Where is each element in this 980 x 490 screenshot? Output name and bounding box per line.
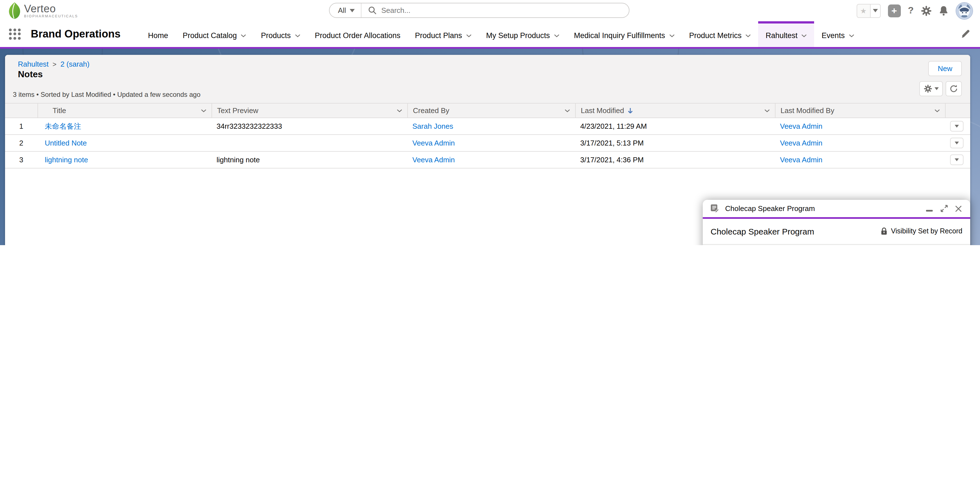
page-title: Notes <box>18 69 43 80</box>
edit-nav-pencil-icon[interactable] <box>961 29 970 38</box>
table-row: 2 Untitled Note Veeva Admin 3/17/2021, 5… <box>5 135 970 152</box>
chevron-down-icon <box>802 34 807 38</box>
last-modified-cell: 3/17/2021, 4:36 PM <box>575 156 775 164</box>
tab-products[interactable]: Products <box>254 21 308 47</box>
tab-product-catalog[interactable]: Product Catalog <box>175 21 254 47</box>
search-scope-selector[interactable]: All <box>329 3 362 18</box>
created-by-link[interactable]: Sarah Jones <box>412 122 453 130</box>
refresh-icon <box>950 84 958 93</box>
last-modified-cell: 3/17/2021, 5:13 PM <box>575 139 775 147</box>
company-logo: Verteo BIOPHARMACEUTICALS <box>8 2 78 19</box>
row-number: 2 <box>5 139 38 147</box>
user-avatar[interactable] <box>956 2 973 19</box>
list-settings-button[interactable] <box>919 81 943 96</box>
caret-down-icon <box>955 158 959 161</box>
chevron-down-icon <box>241 34 247 38</box>
favorite-star-icon[interactable]: ★ <box>856 4 870 18</box>
new-button[interactable]: New <box>928 61 962 76</box>
header-actions: ★ + ? <box>856 0 973 21</box>
row-actions-menu-button[interactable] <box>950 138 964 148</box>
minimize-icon[interactable] <box>925 204 934 213</box>
favorites-menu-button[interactable] <box>870 4 880 18</box>
tab-product-plans[interactable]: Product Plans <box>407 21 479 47</box>
caret-down-icon <box>955 125 959 127</box>
note-title-link[interactable]: Untitled Note <box>45 139 87 147</box>
created-by-link[interactable]: Veeva Admin <box>412 156 455 164</box>
close-icon[interactable] <box>954 204 963 213</box>
tab-product-order-allocations[interactable]: Product Order Allocations <box>307 21 407 47</box>
column-header-text-preview[interactable]: Text Preview <box>212 103 407 118</box>
column-header-created-by[interactable]: Created By <box>407 103 575 118</box>
chevron-down-icon <box>669 34 675 38</box>
breadcrumb-separator: > <box>52 60 57 68</box>
leaf-logo-icon <box>8 2 21 19</box>
row-number: 1 <box>5 122 38 130</box>
main-content: Rahultest > 2 (sarah) Notes 3 items • So… <box>0 49 980 245</box>
search-scope-value: All <box>338 6 346 14</box>
expand-icon[interactable] <box>939 204 948 213</box>
composer-header: Cholecap Speaker Program <box>703 200 970 217</box>
app-launcher-icon[interactable] <box>9 28 21 40</box>
search-input[interactable] <box>377 6 629 15</box>
global-search: All <box>329 3 630 18</box>
last-modified-by-link[interactable]: Veeva Admin <box>780 139 822 147</box>
chevron-down-icon <box>294 34 300 38</box>
tab-medical-inquiry-fulfillments[interactable]: Medical Inquiry Fulfillments <box>567 21 682 47</box>
favorites-control: ★ <box>856 4 880 18</box>
note-title-link[interactable]: lightning note <box>45 156 88 164</box>
note-title-field[interactable]: Cholecap Speaker Program <box>711 226 881 236</box>
table-row: 3 lightning note lightning note Veeva Ad… <box>5 152 970 169</box>
row-actions-menu-button[interactable] <box>950 154 964 165</box>
rich-text-toolbar: B I U S 12 <box>703 244 970 245</box>
refresh-button[interactable] <box>946 81 962 96</box>
breadcrumb-parent-link[interactable]: Rahultest <box>18 60 49 68</box>
app-name: Brand Operations <box>31 28 121 40</box>
column-header-last-modified[interactable]: Last Modified <box>575 103 775 118</box>
created-by-link[interactable]: Veeva Admin <box>412 139 455 147</box>
breadcrumb-record-link[interactable]: 2 (sarah) <box>60 60 89 68</box>
visibility-indicator: Visibility Set by Record <box>881 227 963 235</box>
tab-my-setup-products[interactable]: My Setup Products <box>479 21 566 47</box>
row-number: 3 <box>5 156 38 164</box>
sort-descending-arrow-icon <box>627 107 634 114</box>
chevron-down-icon <box>466 34 471 38</box>
tab-events[interactable]: Events <box>815 21 862 47</box>
chevron-down-icon <box>934 109 940 112</box>
column-header-last-modified-by[interactable]: Last Modified By <box>775 103 945 118</box>
gear-icon <box>923 84 932 93</box>
salesforce-app: Verteo BIOPHARMACEUTICALS All ★ + ? <box>0 0 980 245</box>
help-icon[interactable]: ? <box>908 5 914 16</box>
global-actions-button[interactable]: + <box>888 4 900 17</box>
search-icon <box>368 6 377 14</box>
notifications-bell-icon[interactable] <box>939 6 948 16</box>
last-modified-by-link[interactable]: Veeva Admin <box>780 122 822 130</box>
chevron-down-icon <box>554 34 560 38</box>
column-header-title[interactable]: Title <box>38 103 212 118</box>
chevron-down-icon <box>764 109 770 112</box>
setup-gear-icon[interactable] <box>921 5 932 16</box>
note-composer-panel: Cholecap Speaker Program Cholecap Speake… <box>703 200 970 245</box>
text-preview-cell: 34rr3233232322333 <box>212 122 407 130</box>
visibility-label: Visibility Set by Record <box>891 227 963 235</box>
chevron-down-icon <box>397 109 402 112</box>
nav-tabs: Home Product Catalog Products Product Or… <box>141 21 861 47</box>
row-actions-menu-button[interactable] <box>950 121 964 132</box>
last-modified-by-link[interactable]: Veeva Admin <box>780 156 822 164</box>
list-meta-text: 3 items • Sorted by Last Modified • Upda… <box>13 91 200 99</box>
tab-product-metrics[interactable]: Product Metrics <box>682 21 759 47</box>
caret-down-icon <box>955 142 959 145</box>
list-header: Rahultest > 2 (sarah) Notes 3 items • So… <box>5 55 970 103</box>
table-header-row: Title Text Preview Created By Last Modif… <box>5 103 970 118</box>
row-number-column-header <box>5 103 38 118</box>
tab-rahultest[interactable]: Rahultest <box>759 21 815 47</box>
actions-column-header <box>945 103 970 118</box>
brand-tagline: BIOPHARMACEUTICALS <box>24 14 78 18</box>
note-title-link[interactable]: 未命名备注 <box>45 122 81 130</box>
text-preview-cell: lightning note <box>212 156 407 164</box>
global-header: Verteo BIOPHARMACEUTICALS All ★ + ? <box>0 0 980 21</box>
caret-down-icon <box>350 9 355 12</box>
tab-home[interactable]: Home <box>141 21 175 47</box>
chevron-down-icon <box>201 109 207 112</box>
chevron-down-icon <box>848 34 854 38</box>
caret-down-icon <box>873 9 878 12</box>
